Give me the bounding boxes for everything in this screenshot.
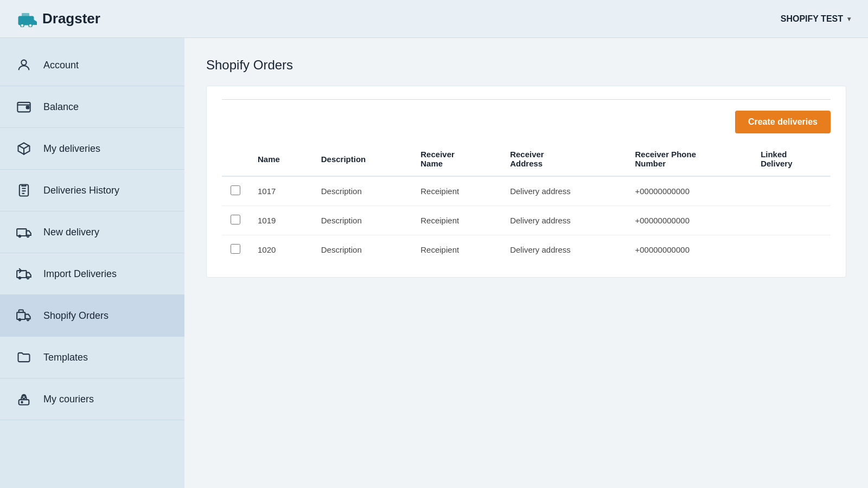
orders-table: Name Description ReceiverName ReceiverAd…: [222, 144, 831, 264]
sidebar-item-label: Account: [43, 60, 79, 71]
cell-receiver-address: Delivery address: [501, 235, 626, 265]
col-linked-delivery: LinkedDelivery: [752, 144, 831, 176]
svg-rect-12: [17, 229, 26, 236]
cell-receiver-name: Receipient: [412, 206, 501, 235]
svg-point-17: [27, 277, 29, 279]
sidebar-item-label: My couriers: [43, 394, 94, 405]
sidebar-item-deliveries-history[interactable]: Deliveries History: [0, 170, 184, 211]
cell-linked: [752, 235, 831, 265]
col-name: Name: [249, 144, 312, 176]
cell-receiver-address: Delivery address: [501, 206, 626, 235]
cell-linked: [752, 176, 831, 206]
sidebar-item-label: Deliveries History: [43, 185, 119, 196]
cell-phone: +00000000000: [626, 206, 752, 235]
svg-point-23: [21, 402, 22, 403]
cell-description: Description: [312, 176, 412, 206]
sidebar-item-shopify-orders[interactable]: Shopify Orders: [0, 295, 184, 337]
sidebar-item-label: Shopify Orders: [43, 310, 108, 322]
row-checkbox-cell: [222, 206, 249, 235]
box-icon: [15, 140, 33, 157]
cell-receiver-name: Receipient: [412, 176, 501, 206]
sidebar-item-label: Import Deliveries: [43, 268, 117, 280]
create-deliveries-button[interactable]: Create deliveries: [735, 111, 831, 133]
svg-point-14: [27, 235, 29, 237]
table-header: Name Description ReceiverName ReceiverAd…: [222, 144, 831, 176]
col-description: Description: [312, 144, 412, 176]
card-toolbar: Create deliveries: [222, 111, 831, 133]
cell-linked: [752, 206, 831, 235]
row-checkbox-cell: [222, 176, 249, 206]
row-checkbox[interactable]: [231, 244, 240, 254]
logo: Dragster: [17, 10, 100, 27]
logo-text: Dragster: [42, 10, 100, 27]
page-title: Shopify Orders: [206, 57, 846, 73]
cell-name: 1019: [249, 206, 312, 235]
svg-rect-22: [19, 400, 29, 404]
svg-rect-18: [17, 312, 25, 319]
orders-card: Create deliveries Name Description Recei…: [206, 86, 846, 278]
svg-rect-6: [27, 106, 29, 109]
logo-icon: [17, 11, 37, 27]
svg-rect-3: [22, 13, 29, 17]
cell-phone: +00000000000: [626, 235, 752, 265]
sidebar-item-my-couriers[interactable]: My couriers: [0, 378, 184, 420]
account-name: SHOPIFY TEST: [781, 14, 843, 24]
cell-receiver-name: Receipient: [412, 235, 501, 265]
sidebar-item-label: Templates: [43, 352, 88, 363]
sidebar-item-balance[interactable]: Balance: [0, 86, 184, 128]
sidebar-item-new-delivery[interactable]: New delivery: [0, 211, 184, 253]
cell-name: 1017: [249, 176, 312, 206]
table-row: 1019 Description Receipient Delivery add…: [222, 206, 831, 235]
cell-phone: +00000000000: [626, 176, 752, 206]
table-row: 1020 Description Receipient Delivery add…: [222, 235, 831, 265]
cell-name: 1020: [249, 235, 312, 265]
col-receiver-name: ReceiverName: [412, 144, 501, 176]
table-body: 1017 Description Receipient Delivery add…: [222, 176, 831, 264]
clipboard-icon: [15, 182, 33, 199]
svg-rect-15: [17, 271, 26, 278]
col-phone: Receiver PhoneNumber: [626, 144, 752, 176]
sidebar-item-label: New delivery: [43, 227, 99, 238]
account-menu[interactable]: SHOPIFY TEST ▾: [781, 14, 851, 24]
row-checkbox-cell: [222, 235, 249, 265]
courier-icon: [15, 390, 33, 408]
header: Dragster SHOPIFY TEST ▾: [0, 0, 868, 38]
sidebar-item-import-deliveries[interactable]: Import Deliveries: [0, 253, 184, 295]
card-divider: [222, 99, 831, 100]
shopify-truck-icon: [15, 307, 33, 324]
sidebar-item-account[interactable]: Account: [0, 44, 184, 86]
sidebar: Account Balance My deliveries Deliveries…: [0, 38, 184, 488]
row-checkbox[interactable]: [231, 185, 240, 195]
svg-point-4: [21, 60, 26, 65]
truck-icon: [15, 223, 33, 241]
checkbox-col-header: [222, 144, 249, 176]
sidebar-item-templates[interactable]: Templates: [0, 337, 184, 378]
chevron-down-icon: ▾: [847, 15, 851, 23]
svg-rect-0: [18, 16, 34, 25]
truck-import-icon: [15, 265, 33, 282]
row-checkbox[interactable]: [231, 215, 240, 224]
table-row: 1017 Description Receipient Delivery add…: [222, 176, 831, 206]
layout: Account Balance My deliveries Deliveries…: [0, 38, 868, 488]
folder-icon: [15, 349, 33, 366]
col-receiver-address: ReceiverAddress: [501, 144, 626, 176]
sidebar-item-label: My deliveries: [43, 143, 100, 155]
cell-receiver-address: Delivery address: [501, 176, 626, 206]
cell-description: Description: [312, 235, 412, 265]
wallet-icon: [15, 98, 33, 115]
sidebar-item-my-deliveries[interactable]: My deliveries: [0, 128, 184, 170]
user-icon: [15, 56, 33, 74]
svg-point-2: [29, 24, 32, 27]
main-content: Shopify Orders Create deliveries Name De…: [184, 38, 868, 488]
svg-point-20: [27, 319, 29, 321]
svg-point-1: [21, 24, 24, 27]
cell-description: Description: [312, 206, 412, 235]
sidebar-item-label: Balance: [43, 101, 79, 113]
